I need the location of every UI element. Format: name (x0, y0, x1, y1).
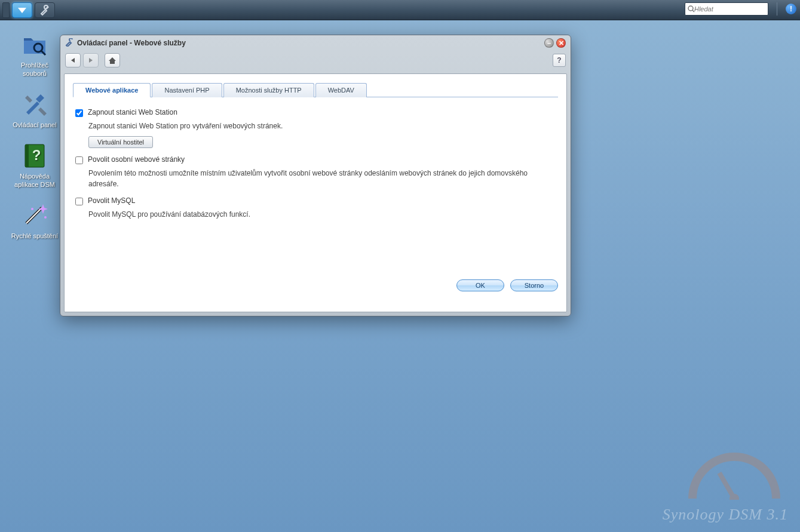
control-panel-window: Ovládací panel - Webové služby – ✕ ? Web… (60, 35, 571, 316)
checkbox-mysql[interactable] (75, 198, 83, 205)
option-personal-web: Povolit osobní webové stránky Povolením … (75, 155, 556, 189)
ok-button[interactable]: OK (456, 279, 504, 291)
window-toolbar: ? (60, 51, 571, 70)
checkbox-webstation[interactable] (75, 109, 83, 117)
close-button[interactable]: ✕ (556, 38, 566, 48)
desktop-icon-label: Nápověda aplikace DSM (11, 172, 59, 189)
desktop-icon-label: Prohlížeč souborů (11, 61, 59, 78)
tab-http-options[interactable]: Možnosti služby HTTP (223, 83, 314, 97)
nav-home-button[interactable] (105, 53, 120, 67)
help-button[interactable]: ? (553, 54, 566, 67)
checkbox-personal-web[interactable] (75, 156, 83, 164)
tab-bar: Webové aplikace Nastavení PHP Možnosti s… (73, 82, 558, 97)
option-description: Povolit MySQL pro používání databázových… (88, 209, 556, 220)
desktop-icon-label: Rychlé spuštění (11, 232, 59, 240)
taskbar: ! (0, 0, 800, 20)
wrench-icon (65, 38, 73, 48)
window-body: Webové aplikace Nastavení PHP Možnosti s… (64, 73, 567, 312)
chevron-down-icon (17, 6, 27, 14)
search-icon (688, 5, 694, 13)
watermark-text: Synology DSM 3.1 (663, 506, 788, 523)
option-mysql: Povolit MySQL Povolit MySQL pro používán… (75, 196, 556, 220)
option-webstation: Zapnout stanici Web Station Zapnout stan… (75, 108, 556, 148)
arrow-right-icon (87, 57, 94, 64)
svg-marker-0 (18, 8, 26, 13)
notification-icon[interactable]: ! (786, 4, 796, 14)
svg-text:?: ? (32, 147, 41, 163)
folder-search-icon (20, 30, 49, 59)
window-footer: OK Storno (73, 279, 558, 291)
home-icon (108, 56, 117, 64)
svg-line-9 (26, 208, 42, 223)
desktop-icon-quick-start[interactable]: Rychlé spuštění (11, 201, 59, 240)
svg-rect-6 (25, 144, 29, 167)
wrench-icon (39, 5, 50, 16)
magic-wand-icon (20, 201, 49, 229)
cancel-button[interactable]: Storno (510, 279, 558, 291)
tab-web-apps[interactable]: Webové aplikace (73, 83, 151, 97)
virtual-host-button[interactable]: Virtuální hostitel (88, 136, 153, 148)
taskbar-grip (2, 2, 10, 18)
checkbox-label: Povolit osobní webové stránky (88, 155, 185, 164)
window-title: Ovládací panel - Webové služby (77, 39, 186, 47)
nav-forward-button[interactable] (83, 53, 99, 67)
desktop-icon-help[interactable]: ? Nápověda aplikace DSM (11, 141, 59, 189)
svg-point-11 (31, 208, 33, 210)
help-book-icon: ? (20, 141, 49, 170)
watermark: Synology DSM 3.1 (663, 506, 788, 524)
svg-marker-10 (38, 204, 48, 214)
search-box[interactable] (685, 2, 768, 16)
checkbox-label: Zapnout stanici Web Station (88, 108, 177, 116)
tools-cross-icon (20, 90, 49, 118)
tab-php-settings[interactable]: Nastavení PHP (152, 83, 222, 97)
nav-back-button[interactable] (65, 53, 81, 67)
option-description: Zapnout stanici Web Station pro vytvářen… (88, 121, 556, 131)
gauge-icon (686, 452, 782, 500)
taskbar-divider (777, 2, 777, 16)
arrow-left-icon (69, 57, 76, 64)
svg-point-12 (44, 216, 47, 219)
tab-webdav[interactable]: WebDAV (315, 83, 367, 97)
svg-point-1 (688, 6, 693, 11)
desktop-icons: Prohlížeč souborů Ovládací panel ? Nápov… (11, 30, 59, 240)
desktop-icon-label: Ovládací panel (11, 121, 59, 129)
desktop-icon-file-browser[interactable]: Prohlížeč souborů (11, 30, 59, 78)
main-menu-button[interactable] (12, 2, 32, 18)
tools-button[interactable] (35, 2, 55, 18)
option-description: Povolením této možnosti umožníte místním… (88, 168, 556, 189)
desktop-icon-control-panel[interactable]: Ovládací panel (11, 90, 59, 129)
window-titlebar[interactable]: Ovládací panel - Webové služby – ✕ (60, 35, 571, 51)
minimize-button[interactable]: – (544, 38, 554, 48)
checkbox-label: Povolit MySQL (88, 196, 135, 205)
search-input[interactable] (694, 5, 765, 13)
